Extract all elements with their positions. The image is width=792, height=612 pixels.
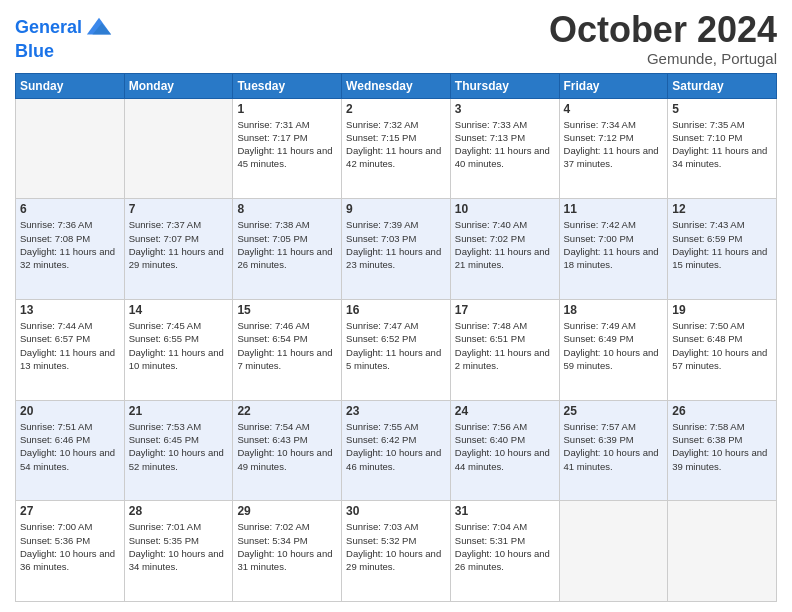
calendar-cell bbox=[124, 98, 233, 199]
logo-text: General bbox=[15, 18, 82, 38]
day-info: Sunrise: 7:02 AMSunset: 5:34 PMDaylight:… bbox=[237, 520, 337, 573]
month-title: October 2024 bbox=[549, 10, 777, 50]
day-number: 9 bbox=[346, 202, 446, 216]
day-number: 30 bbox=[346, 504, 446, 518]
weekday-header-thursday: Thursday bbox=[450, 73, 559, 98]
calendar-cell: 25Sunrise: 7:57 AMSunset: 6:39 PMDayligh… bbox=[559, 400, 668, 501]
calendar-cell: 21Sunrise: 7:53 AMSunset: 6:45 PMDayligh… bbox=[124, 400, 233, 501]
day-info: Sunrise: 7:47 AMSunset: 6:52 PMDaylight:… bbox=[346, 319, 446, 372]
calendar-cell: 8Sunrise: 7:38 AMSunset: 7:05 PMDaylight… bbox=[233, 199, 342, 300]
day-info: Sunrise: 7:40 AMSunset: 7:02 PMDaylight:… bbox=[455, 218, 555, 271]
calendar-cell: 31Sunrise: 7:04 AMSunset: 5:31 PMDayligh… bbox=[450, 501, 559, 602]
day-number: 22 bbox=[237, 404, 337, 418]
day-info: Sunrise: 7:43 AMSunset: 6:59 PMDaylight:… bbox=[672, 218, 772, 271]
weekday-header-tuesday: Tuesday bbox=[233, 73, 342, 98]
day-number: 12 bbox=[672, 202, 772, 216]
day-info: Sunrise: 7:39 AMSunset: 7:03 PMDaylight:… bbox=[346, 218, 446, 271]
calendar-cell: 15Sunrise: 7:46 AMSunset: 6:54 PMDayligh… bbox=[233, 299, 342, 400]
calendar-cell: 6Sunrise: 7:36 AMSunset: 7:08 PMDaylight… bbox=[16, 199, 125, 300]
calendar-cell: 28Sunrise: 7:01 AMSunset: 5:35 PMDayligh… bbox=[124, 501, 233, 602]
calendar-cell: 1Sunrise: 7:31 AMSunset: 7:17 PMDaylight… bbox=[233, 98, 342, 199]
day-info: Sunrise: 7:33 AMSunset: 7:13 PMDaylight:… bbox=[455, 118, 555, 171]
logo-icon bbox=[85, 14, 113, 42]
day-number: 20 bbox=[20, 404, 120, 418]
day-info: Sunrise: 7:34 AMSunset: 7:12 PMDaylight:… bbox=[564, 118, 664, 171]
calendar-cell: 27Sunrise: 7:00 AMSunset: 5:36 PMDayligh… bbox=[16, 501, 125, 602]
weekday-header-saturday: Saturday bbox=[668, 73, 777, 98]
calendar-week-row: 20Sunrise: 7:51 AMSunset: 6:46 PMDayligh… bbox=[16, 400, 777, 501]
day-number: 1 bbox=[237, 102, 337, 116]
day-info: Sunrise: 7:03 AMSunset: 5:32 PMDaylight:… bbox=[346, 520, 446, 573]
day-number: 5 bbox=[672, 102, 772, 116]
calendar-cell: 10Sunrise: 7:40 AMSunset: 7:02 PMDayligh… bbox=[450, 199, 559, 300]
calendar-cell: 22Sunrise: 7:54 AMSunset: 6:43 PMDayligh… bbox=[233, 400, 342, 501]
header: General Blue October 2024 Gemunde, Portu… bbox=[15, 10, 777, 67]
calendar-week-row: 13Sunrise: 7:44 AMSunset: 6:57 PMDayligh… bbox=[16, 299, 777, 400]
day-info: Sunrise: 7:04 AMSunset: 5:31 PMDaylight:… bbox=[455, 520, 555, 573]
calendar-cell: 3Sunrise: 7:33 AMSunset: 7:13 PMDaylight… bbox=[450, 98, 559, 199]
day-info: Sunrise: 7:55 AMSunset: 6:42 PMDaylight:… bbox=[346, 420, 446, 473]
calendar-cell: 17Sunrise: 7:48 AMSunset: 6:51 PMDayligh… bbox=[450, 299, 559, 400]
calendar-week-row: 1Sunrise: 7:31 AMSunset: 7:17 PMDaylight… bbox=[16, 98, 777, 199]
day-info: Sunrise: 7:48 AMSunset: 6:51 PMDaylight:… bbox=[455, 319, 555, 372]
day-info: Sunrise: 7:42 AMSunset: 7:00 PMDaylight:… bbox=[564, 218, 664, 271]
day-number: 18 bbox=[564, 303, 664, 317]
weekday-header-wednesday: Wednesday bbox=[342, 73, 451, 98]
weekday-header-friday: Friday bbox=[559, 73, 668, 98]
calendar-cell bbox=[559, 501, 668, 602]
weekday-header-sunday: Sunday bbox=[16, 73, 125, 98]
day-number: 14 bbox=[129, 303, 229, 317]
calendar-cell: 7Sunrise: 7:37 AMSunset: 7:07 PMDaylight… bbox=[124, 199, 233, 300]
day-info: Sunrise: 7:56 AMSunset: 6:40 PMDaylight:… bbox=[455, 420, 555, 473]
day-info: Sunrise: 7:35 AMSunset: 7:10 PMDaylight:… bbox=[672, 118, 772, 171]
calendar-cell: 19Sunrise: 7:50 AMSunset: 6:48 PMDayligh… bbox=[668, 299, 777, 400]
day-number: 25 bbox=[564, 404, 664, 418]
day-number: 6 bbox=[20, 202, 120, 216]
page: General Blue October 2024 Gemunde, Portu… bbox=[0, 0, 792, 612]
calendar-week-row: 27Sunrise: 7:00 AMSunset: 5:36 PMDayligh… bbox=[16, 501, 777, 602]
day-number: 11 bbox=[564, 202, 664, 216]
day-number: 24 bbox=[455, 404, 555, 418]
day-info: Sunrise: 7:57 AMSunset: 6:39 PMDaylight:… bbox=[564, 420, 664, 473]
calendar-cell bbox=[668, 501, 777, 602]
weekday-header-row: SundayMondayTuesdayWednesdayThursdayFrid… bbox=[16, 73, 777, 98]
calendar-cell: 26Sunrise: 7:58 AMSunset: 6:38 PMDayligh… bbox=[668, 400, 777, 501]
day-info: Sunrise: 7:00 AMSunset: 5:36 PMDaylight:… bbox=[20, 520, 120, 573]
calendar-cell bbox=[16, 98, 125, 199]
day-number: 28 bbox=[129, 504, 229, 518]
day-info: Sunrise: 7:51 AMSunset: 6:46 PMDaylight:… bbox=[20, 420, 120, 473]
weekday-header-monday: Monday bbox=[124, 73, 233, 98]
day-number: 19 bbox=[672, 303, 772, 317]
calendar-cell: 30Sunrise: 7:03 AMSunset: 5:32 PMDayligh… bbox=[342, 501, 451, 602]
calendar-cell: 14Sunrise: 7:45 AMSunset: 6:55 PMDayligh… bbox=[124, 299, 233, 400]
calendar-cell: 2Sunrise: 7:32 AMSunset: 7:15 PMDaylight… bbox=[342, 98, 451, 199]
day-info: Sunrise: 7:32 AMSunset: 7:15 PMDaylight:… bbox=[346, 118, 446, 171]
calendar-cell: 5Sunrise: 7:35 AMSunset: 7:10 PMDaylight… bbox=[668, 98, 777, 199]
day-number: 13 bbox=[20, 303, 120, 317]
day-info: Sunrise: 7:45 AMSunset: 6:55 PMDaylight:… bbox=[129, 319, 229, 372]
calendar-cell: 13Sunrise: 7:44 AMSunset: 6:57 PMDayligh… bbox=[16, 299, 125, 400]
day-info: Sunrise: 7:54 AMSunset: 6:43 PMDaylight:… bbox=[237, 420, 337, 473]
day-number: 8 bbox=[237, 202, 337, 216]
calendar-cell: 12Sunrise: 7:43 AMSunset: 6:59 PMDayligh… bbox=[668, 199, 777, 300]
day-info: Sunrise: 7:31 AMSunset: 7:17 PMDaylight:… bbox=[237, 118, 337, 171]
day-info: Sunrise: 7:38 AMSunset: 7:05 PMDaylight:… bbox=[237, 218, 337, 271]
day-number: 29 bbox=[237, 504, 337, 518]
day-number: 2 bbox=[346, 102, 446, 116]
day-number: 10 bbox=[455, 202, 555, 216]
calendar-cell: 11Sunrise: 7:42 AMSunset: 7:00 PMDayligh… bbox=[559, 199, 668, 300]
calendar-cell: 29Sunrise: 7:02 AMSunset: 5:34 PMDayligh… bbox=[233, 501, 342, 602]
day-info: Sunrise: 7:46 AMSunset: 6:54 PMDaylight:… bbox=[237, 319, 337, 372]
day-info: Sunrise: 7:37 AMSunset: 7:07 PMDaylight:… bbox=[129, 218, 229, 271]
title-block: October 2024 Gemunde, Portugal bbox=[549, 10, 777, 67]
day-number: 3 bbox=[455, 102, 555, 116]
day-number: 17 bbox=[455, 303, 555, 317]
calendar-cell: 9Sunrise: 7:39 AMSunset: 7:03 PMDaylight… bbox=[342, 199, 451, 300]
day-number: 16 bbox=[346, 303, 446, 317]
day-number: 7 bbox=[129, 202, 229, 216]
day-number: 15 bbox=[237, 303, 337, 317]
day-info: Sunrise: 7:58 AMSunset: 6:38 PMDaylight:… bbox=[672, 420, 772, 473]
day-info: Sunrise: 7:49 AMSunset: 6:49 PMDaylight:… bbox=[564, 319, 664, 372]
day-number: 23 bbox=[346, 404, 446, 418]
day-info: Sunrise: 7:50 AMSunset: 6:48 PMDaylight:… bbox=[672, 319, 772, 372]
